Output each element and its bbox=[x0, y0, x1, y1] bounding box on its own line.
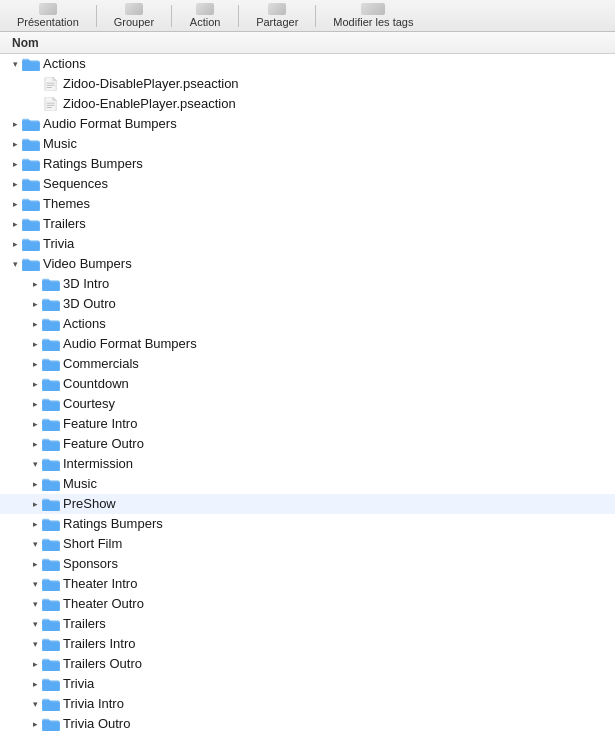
expand-collapse-icon[interactable] bbox=[28, 457, 42, 471]
expand-collapse-icon[interactable] bbox=[28, 637, 42, 651]
folder-icon bbox=[42, 497, 60, 511]
tree-row[interactable]: Feature Intro bbox=[0, 414, 615, 434]
tree-row[interactable]: Feature Outro bbox=[0, 434, 615, 454]
folder-icon bbox=[42, 377, 60, 391]
svg-rect-14 bbox=[22, 139, 29, 142]
tree-row[interactable]: Trailers bbox=[0, 214, 615, 234]
grouper-button[interactable]: Grouper bbox=[105, 0, 163, 31]
tree-row[interactable]: 3D Outro bbox=[0, 294, 615, 314]
tree-row[interactable]: PreShow bbox=[0, 494, 615, 514]
expand-collapse-icon[interactable] bbox=[28, 657, 42, 671]
item-label: Theater Intro bbox=[63, 574, 137, 594]
expand-collapse-icon[interactable] bbox=[28, 277, 42, 291]
expand-collapse-icon[interactable] bbox=[28, 437, 42, 451]
toolbar-divider-2 bbox=[171, 5, 172, 27]
tree-row[interactable]: Trivia Intro bbox=[0, 694, 615, 714]
expand-collapse-icon[interactable] bbox=[28, 417, 42, 431]
svg-rect-74 bbox=[42, 539, 49, 542]
svg-rect-98 bbox=[42, 699, 49, 702]
expand-collapse-icon[interactable] bbox=[28, 357, 42, 371]
expand-collapse-icon[interactable] bbox=[28, 297, 42, 311]
expand-collapse-icon[interactable] bbox=[28, 697, 42, 711]
item-label: Commercials bbox=[63, 354, 139, 374]
expand-collapse-icon[interactable] bbox=[28, 537, 42, 551]
expand-collapse-icon[interactable] bbox=[8, 217, 22, 231]
tree-row[interactable]: Actions bbox=[0, 314, 615, 334]
tree-row[interactable]: Ratings Bumpers bbox=[0, 514, 615, 534]
svg-rect-83 bbox=[42, 599, 49, 602]
expand-collapse-icon[interactable] bbox=[8, 117, 22, 131]
expand-collapse-icon[interactable] bbox=[28, 497, 42, 511]
file-tree[interactable]: Actions Zidoo-DisablePlayer.pseaction Zi… bbox=[0, 54, 615, 750]
tree-row[interactable]: Courtesy bbox=[0, 394, 615, 414]
svg-rect-101 bbox=[42, 719, 49, 722]
item-label: Zidoo-EnablePlayer.pseaction bbox=[63, 94, 236, 114]
expand-collapse-icon[interactable] bbox=[28, 597, 42, 611]
expand-collapse-icon[interactable] bbox=[28, 317, 42, 331]
tree-row[interactable]: Zidoo-EnablePlayer.pseaction bbox=[0, 94, 615, 114]
tree-row[interactable]: Trivia bbox=[0, 674, 615, 694]
tree-row[interactable]: Trivia bbox=[0, 234, 615, 254]
expand-collapse-icon[interactable] bbox=[28, 717, 42, 731]
expand-collapse-icon[interactable] bbox=[8, 137, 22, 151]
expand-collapse-icon[interactable] bbox=[8, 177, 22, 191]
expand-collapse-icon[interactable] bbox=[28, 617, 42, 631]
tree-row[interactable]: Intermission bbox=[0, 454, 615, 474]
tree-row[interactable]: Sequences bbox=[0, 174, 615, 194]
folder-icon bbox=[42, 617, 60, 631]
tree-row[interactable]: Themes bbox=[0, 194, 615, 214]
item-label: Intermission bbox=[63, 454, 133, 474]
presentation-button[interactable]: Présentation bbox=[8, 0, 88, 31]
tree-row[interactable]: Sponsors bbox=[0, 554, 615, 574]
folder-icon bbox=[22, 217, 40, 231]
tree-row[interactable]: Commercials bbox=[0, 354, 615, 374]
toolbar: Présentation Grouper Action Partager Mod… bbox=[0, 0, 615, 32]
tree-row[interactable]: Trailers Intro bbox=[0, 634, 615, 654]
folder-icon bbox=[22, 237, 40, 251]
item-label: Theater Outro bbox=[63, 594, 144, 614]
svg-rect-47 bbox=[42, 359, 49, 362]
item-label: Actions bbox=[43, 54, 86, 74]
expand-collapse-icon[interactable] bbox=[28, 517, 42, 531]
tree-row[interactable]: Audio Format Bumpers bbox=[0, 114, 615, 134]
expand-collapse-icon[interactable] bbox=[28, 477, 42, 491]
folder-icon bbox=[42, 597, 60, 611]
modifier-les-tags-button[interactable]: Modifier les tags bbox=[324, 0, 422, 31]
tree-row[interactable]: Ratings Bumpers bbox=[0, 154, 615, 174]
action-button[interactable]: Action bbox=[180, 0, 230, 31]
expand-collapse-icon[interactable] bbox=[8, 197, 22, 211]
tree-row[interactable]: Theater Intro bbox=[0, 574, 615, 594]
folder-icon bbox=[42, 717, 60, 731]
expand-collapse-icon[interactable] bbox=[8, 237, 22, 251]
expand-collapse-icon[interactable] bbox=[8, 57, 22, 71]
tree-row[interactable]: Theater Outro bbox=[0, 594, 615, 614]
tree-row[interactable]: Trivia Outro bbox=[0, 714, 615, 734]
tree-row[interactable]: 3D Intro bbox=[0, 274, 615, 294]
item-label: Music bbox=[43, 134, 77, 154]
tree-row[interactable]: Audio Format Bumpers bbox=[0, 334, 615, 354]
tree-row[interactable]: Actions bbox=[0, 54, 615, 74]
expand-collapse-icon[interactable] bbox=[28, 677, 42, 691]
folder-icon bbox=[22, 177, 40, 191]
expand-collapse-icon[interactable] bbox=[28, 397, 42, 411]
tree-row[interactable]: Trailers bbox=[0, 614, 615, 634]
item-label: Trivia bbox=[63, 674, 94, 694]
tree-row[interactable]: Music bbox=[0, 474, 615, 494]
folder-icon bbox=[22, 257, 40, 271]
expand-collapse-icon[interactable] bbox=[28, 577, 42, 591]
tree-row[interactable]: Zidoo-DisablePlayer.pseaction bbox=[0, 74, 615, 94]
expand-collapse-icon[interactable] bbox=[28, 377, 42, 391]
expand-collapse-icon[interactable] bbox=[8, 157, 22, 171]
tree-row[interactable]: Countdown bbox=[0, 374, 615, 394]
expand-collapse-icon[interactable] bbox=[28, 557, 42, 571]
tree-row[interactable]: Video Bumpers bbox=[0, 254, 615, 274]
tree-row[interactable]: Music bbox=[0, 134, 615, 154]
partager-button[interactable]: Partager bbox=[247, 0, 307, 31]
expand-collapse-icon[interactable] bbox=[8, 257, 22, 271]
tree-row[interactable]: Trailers Outro bbox=[0, 654, 615, 674]
folder-icon bbox=[42, 517, 60, 531]
expand-collapse-icon[interactable] bbox=[28, 337, 42, 351]
file-icon bbox=[42, 97, 60, 111]
tree-row[interactable]: Short Film bbox=[0, 534, 615, 554]
item-label: Actions bbox=[63, 314, 106, 334]
